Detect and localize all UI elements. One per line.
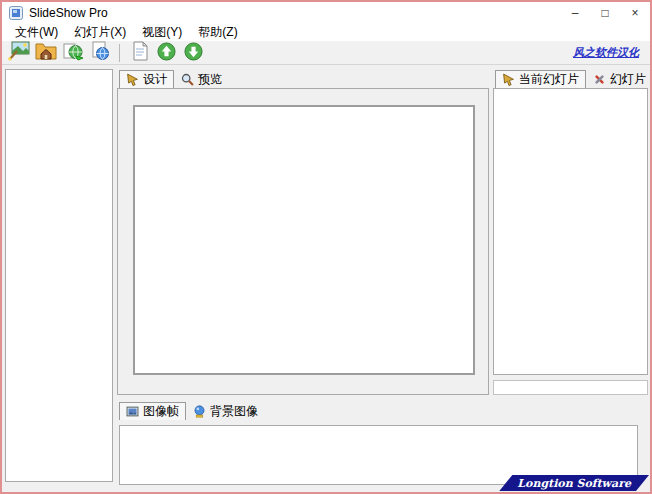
minimize-icon: – [572, 6, 579, 20]
open-project-button[interactable] [33, 42, 58, 64]
tab-slides[interactable]: 幻灯片 [586, 70, 652, 88]
move-up-button[interactable] [154, 42, 179, 64]
close-button[interactable]: × [620, 2, 650, 24]
pointer-icon [502, 73, 515, 86]
globe-share-icon [62, 41, 84, 64]
tab-background-image-label: 背景图像 [210, 403, 258, 420]
slides-side-panel: 当前幻灯片 幻灯片 [493, 69, 648, 395]
design-tabbar: 设计 预览 [117, 69, 489, 88]
tab-background-image[interactable]: 背景图像 [186, 402, 265, 420]
picture-frame-icon [126, 405, 139, 418]
slides-tabbar: 当前幻灯片 幻灯片 [493, 69, 648, 88]
brand-label: Longtion Software [517, 477, 631, 490]
center-column: 设计 预览 [117, 69, 648, 492]
tab-current-slide-label: 当前幻灯片 [519, 71, 579, 88]
publish-slideshow-button[interactable] [60, 42, 85, 64]
slide-design-canvas[interactable] [133, 105, 475, 375]
top-row: 设计 预览 [117, 69, 648, 395]
toolbar: 风之软件汉化 [2, 41, 650, 65]
tab-image-frames-label: 图像帧 [143, 403, 179, 420]
preview-in-browser-button[interactable] [87, 42, 112, 64]
menu-bar: 文件(W) 幻灯片(X) 视图(Y) 帮助(Z) [2, 24, 650, 41]
new-slideshow-wizard-button[interactable] [6, 42, 31, 64]
wizard-picture-icon [8, 41, 30, 64]
tab-preview[interactable]: 预览 [174, 70, 229, 88]
tab-slides-label: 幻灯片 [610, 71, 646, 88]
design-panel: 设计 预览 [117, 69, 489, 395]
window-title: SlideShow Pro [29, 6, 108, 20]
app-window: SlideShow Pro – □ × 文件(W) 幻灯片(X) 视图(Y) 帮… [0, 0, 652, 494]
tab-current-slide[interactable]: 当前幻灯片 [495, 70, 586, 88]
maximize-icon: □ [601, 6, 608, 20]
magnifier-icon [181, 73, 194, 86]
menu-help[interactable]: 帮助(Z) [190, 24, 245, 41]
current-slide-list[interactable] [493, 88, 648, 375]
up-arrow-icon [157, 42, 176, 64]
down-arrow-icon [184, 42, 203, 64]
localization-credit-link[interactable]: 风之软件汉化 [573, 45, 639, 60]
maximize-button[interactable]: □ [590, 2, 620, 24]
slideshow-properties-button[interactable] [127, 42, 152, 64]
tab-design-label: 设计 [143, 71, 167, 88]
main-area: 设计 预览 [2, 65, 650, 492]
design-tab-content [117, 88, 489, 395]
tab-preview-label: 预览 [198, 71, 222, 88]
toolbar-separator [119, 44, 120, 62]
document-icon [131, 41, 149, 64]
frames-tabbar: 图像帧 背景图像 [117, 401, 648, 420]
background-sphere-icon [193, 405, 206, 418]
move-down-button[interactable] [181, 42, 206, 64]
brand-badge[interactable]: Longtion Software [499, 475, 649, 491]
slide-list-footer-strip [493, 380, 648, 395]
menu-file[interactable]: 文件(W) [7, 24, 66, 41]
app-icon [9, 6, 23, 20]
close-icon: × [631, 6, 638, 20]
minimize-button[interactable]: – [560, 2, 590, 24]
menu-view[interactable]: 视图(Y) [134, 24, 190, 41]
window-controls: – □ × [560, 2, 650, 24]
menu-slideshow[interactable]: 幻灯片(X) [66, 24, 134, 41]
tools-icon [593, 73, 606, 86]
pointer-icon [126, 73, 139, 86]
slides-tree-panel[interactable] [5, 69, 113, 482]
tab-image-frames[interactable]: 图像帧 [119, 402, 186, 420]
folder-home-icon [35, 41, 57, 64]
tab-design[interactable]: 设计 [119, 70, 174, 88]
globe-document-icon [89, 41, 111, 64]
title-bar: SlideShow Pro – □ × [2, 2, 650, 24]
